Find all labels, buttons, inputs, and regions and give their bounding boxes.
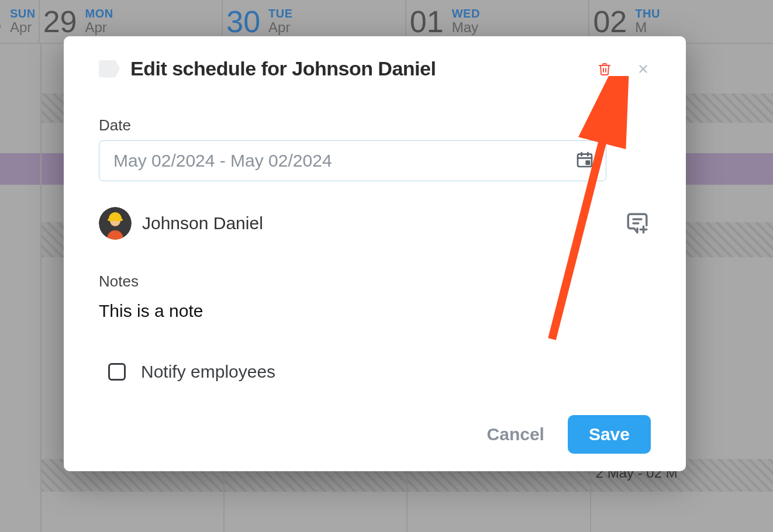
svg-rect-9 bbox=[108, 219, 123, 221]
employee-avatar bbox=[99, 207, 132, 240]
notify-checkbox[interactable] bbox=[108, 363, 126, 381]
date-range-field[interactable] bbox=[112, 150, 593, 171]
tag-icon bbox=[99, 60, 120, 78]
employee-name: Johnson Daniel bbox=[142, 213, 263, 233]
date-range-input[interactable] bbox=[99, 140, 606, 181]
modal-title: Edit schedule for Johnson Daniel bbox=[130, 57, 436, 80]
save-button[interactable]: Save bbox=[568, 415, 651, 454]
notes-label: Notes bbox=[99, 272, 651, 291]
calendar-icon[interactable] bbox=[575, 150, 594, 171]
svg-rect-6 bbox=[586, 161, 589, 164]
cancel-button[interactable]: Cancel bbox=[487, 424, 544, 444]
date-label: Date bbox=[99, 116, 651, 134]
edit-schedule-modal: Edit schedule for Johnson Daniel Date bbox=[64, 36, 686, 471]
close-icon[interactable] bbox=[636, 61, 651, 77]
add-note-icon[interactable] bbox=[624, 210, 651, 237]
notify-label: Notify employees bbox=[141, 362, 275, 382]
trash-icon[interactable] bbox=[597, 61, 612, 77]
notes-value[interactable]: This is a note bbox=[99, 301, 651, 321]
